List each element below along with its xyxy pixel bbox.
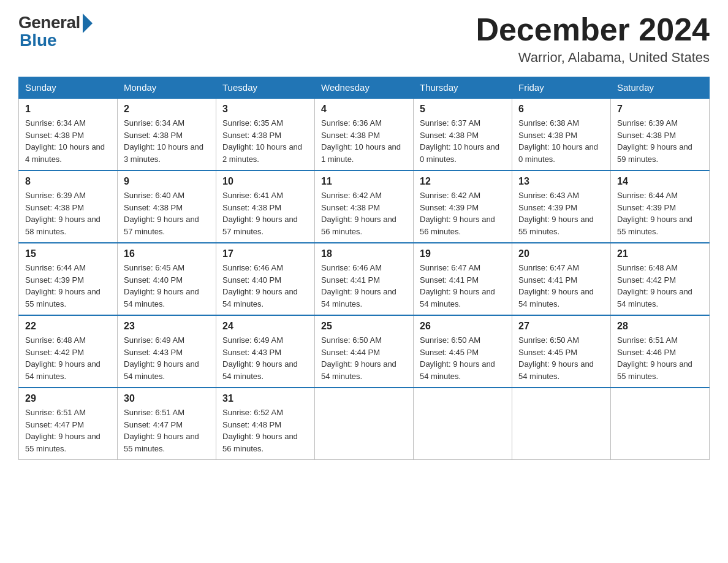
calendar-cell: 3 Sunrise: 6:35 AMSunset: 4:38 PMDayligh… (216, 98, 315, 170)
day-info: Sunrise: 6:43 AMSunset: 4:39 PMDaylight:… (518, 190, 604, 237)
day-number: 7 (617, 104, 703, 115)
day-number: 24 (222, 321, 308, 332)
day-number: 15 (25, 248, 111, 259)
calendar-cell (414, 388, 512, 460)
calendar-cell: 31 Sunrise: 6:52 AMSunset: 4:48 PMDaylig… (216, 388, 315, 460)
day-number: 13 (518, 176, 604, 187)
column-header-friday: Friday (512, 77, 611, 99)
title-block: December 2024 Warrior, Alabama, United S… (476, 12, 710, 66)
day-info: Sunrise: 6:38 AMSunset: 4:38 PMDaylight:… (518, 117, 604, 165)
calendar-cell: 28 Sunrise: 6:51 AMSunset: 4:46 PMDaylig… (611, 315, 710, 388)
calendar-table: SundayMondayTuesdayWednesdayThursdayFrid… (18, 77, 710, 460)
calendar-cell (315, 388, 414, 460)
column-header-tuesday: Tuesday (216, 77, 315, 99)
day-number: 1 (25, 104, 111, 115)
calendar-cell: 2 Sunrise: 6:34 AMSunset: 4:38 PMDayligh… (118, 98, 216, 170)
calendar-week-row: 29 Sunrise: 6:51 AMSunset: 4:47 PMDaylig… (19, 388, 710, 460)
day-number: 2 (124, 104, 210, 115)
day-info: Sunrise: 6:34 AMSunset: 4:38 PMDaylight:… (25, 117, 111, 165)
calendar-cell: 8 Sunrise: 6:39 AMSunset: 4:38 PMDayligh… (19, 170, 118, 243)
logo-general-text: General (18, 13, 80, 33)
calendar-week-row: 15 Sunrise: 6:44 AMSunset: 4:39 PMDaylig… (19, 243, 710, 315)
month-title: December 2024 (476, 12, 710, 47)
day-info: Sunrise: 6:44 AMSunset: 4:39 PMDaylight:… (617, 190, 703, 237)
day-info: Sunrise: 6:40 AMSunset: 4:38 PMDaylight:… (124, 190, 210, 237)
day-number: 10 (222, 176, 308, 187)
calendar-cell: 13 Sunrise: 6:43 AMSunset: 4:39 PMDaylig… (512, 170, 611, 243)
calendar-cell: 6 Sunrise: 6:38 AMSunset: 4:38 PMDayligh… (512, 98, 611, 170)
location-subtitle: Warrior, Alabama, United States (476, 50, 710, 66)
day-number: 19 (420, 248, 506, 259)
day-info: Sunrise: 6:36 AMSunset: 4:38 PMDaylight:… (321, 117, 407, 165)
calendar-cell: 17 Sunrise: 6:46 AMSunset: 4:40 PMDaylig… (216, 243, 315, 315)
day-info: Sunrise: 6:46 AMSunset: 4:41 PMDaylight:… (321, 262, 407, 310)
day-number: 30 (124, 393, 210, 404)
day-number: 5 (420, 104, 506, 115)
day-info: Sunrise: 6:51 AMSunset: 4:47 PMDaylight:… (25, 407, 111, 454)
day-info: Sunrise: 6:39 AMSunset: 4:38 PMDaylight:… (617, 117, 703, 165)
day-info: Sunrise: 6:48 AMSunset: 4:42 PMDaylight:… (25, 334, 111, 382)
calendar-cell: 16 Sunrise: 6:45 AMSunset: 4:40 PMDaylig… (118, 243, 216, 315)
day-info: Sunrise: 6:34 AMSunset: 4:38 PMDaylight:… (124, 117, 210, 165)
calendar-week-row: 8 Sunrise: 6:39 AMSunset: 4:38 PMDayligh… (19, 170, 710, 243)
calendar-cell: 19 Sunrise: 6:47 AMSunset: 4:41 PMDaylig… (414, 243, 512, 315)
day-number: 16 (124, 248, 210, 259)
calendar-cell: 27 Sunrise: 6:50 AMSunset: 4:45 PMDaylig… (512, 315, 611, 388)
day-info: Sunrise: 6:39 AMSunset: 4:38 PMDaylight:… (25, 190, 111, 237)
day-number: 29 (25, 393, 111, 404)
calendar-cell: 15 Sunrise: 6:44 AMSunset: 4:39 PMDaylig… (19, 243, 118, 315)
column-header-saturday: Saturday (611, 77, 710, 99)
calendar-cell: 12 Sunrise: 6:42 AMSunset: 4:39 PMDaylig… (414, 170, 512, 243)
day-info: Sunrise: 6:51 AMSunset: 4:46 PMDaylight:… (617, 334, 703, 382)
logo-blue-text: Blue (18, 31, 57, 50)
calendar-cell: 10 Sunrise: 6:41 AMSunset: 4:38 PMDaylig… (216, 170, 315, 243)
calendar-cell: 25 Sunrise: 6:50 AMSunset: 4:44 PMDaylig… (315, 315, 414, 388)
calendar-cell: 9 Sunrise: 6:40 AMSunset: 4:38 PMDayligh… (118, 170, 216, 243)
day-number: 18 (321, 248, 407, 259)
calendar-cell: 14 Sunrise: 6:44 AMSunset: 4:39 PMDaylig… (611, 170, 710, 243)
day-number: 6 (518, 104, 604, 115)
day-info: Sunrise: 6:48 AMSunset: 4:42 PMDaylight:… (617, 262, 703, 310)
day-info: Sunrise: 6:47 AMSunset: 4:41 PMDaylight:… (518, 262, 604, 310)
day-number: 21 (617, 248, 703, 259)
calendar-week-row: 1 Sunrise: 6:34 AMSunset: 4:38 PMDayligh… (19, 98, 710, 170)
day-number: 14 (617, 176, 703, 187)
page-header: General Blue December 2024 Warrior, Alab… (18, 12, 710, 66)
calendar-cell: 29 Sunrise: 6:51 AMSunset: 4:47 PMDaylig… (19, 388, 118, 460)
day-number: 12 (420, 176, 506, 187)
day-info: Sunrise: 6:52 AMSunset: 4:48 PMDaylight:… (222, 407, 308, 454)
day-info: Sunrise: 6:49 AMSunset: 4:43 PMDaylight:… (124, 334, 210, 382)
calendar-cell (611, 388, 710, 460)
calendar-cell: 24 Sunrise: 6:49 AMSunset: 4:43 PMDaylig… (216, 315, 315, 388)
calendar-cell: 18 Sunrise: 6:46 AMSunset: 4:41 PMDaylig… (315, 243, 414, 315)
day-number: 22 (25, 321, 111, 332)
calendar-week-row: 22 Sunrise: 6:48 AMSunset: 4:42 PMDaylig… (19, 315, 710, 388)
day-info: Sunrise: 6:44 AMSunset: 4:39 PMDaylight:… (25, 262, 111, 310)
calendar-cell: 26 Sunrise: 6:50 AMSunset: 4:45 PMDaylig… (414, 315, 512, 388)
logo-triangle-icon (83, 13, 93, 33)
calendar-cell: 22 Sunrise: 6:48 AMSunset: 4:42 PMDaylig… (19, 315, 118, 388)
calendar-cell: 5 Sunrise: 6:37 AMSunset: 4:38 PMDayligh… (414, 98, 512, 170)
calendar-cell: 21 Sunrise: 6:48 AMSunset: 4:42 PMDaylig… (611, 243, 710, 315)
calendar-cell: 23 Sunrise: 6:49 AMSunset: 4:43 PMDaylig… (118, 315, 216, 388)
day-number: 26 (420, 321, 506, 332)
day-info: Sunrise: 6:37 AMSunset: 4:38 PMDaylight:… (420, 117, 506, 165)
logo: General Blue (18, 12, 93, 50)
calendar-cell: 20 Sunrise: 6:47 AMSunset: 4:41 PMDaylig… (512, 243, 611, 315)
day-info: Sunrise: 6:49 AMSunset: 4:43 PMDaylight:… (222, 334, 308, 382)
column-header-thursday: Thursday (414, 77, 512, 99)
column-header-sunday: Sunday (19, 77, 118, 99)
day-info: Sunrise: 6:46 AMSunset: 4:40 PMDaylight:… (222, 262, 308, 310)
calendar-cell: 30 Sunrise: 6:51 AMSunset: 4:47 PMDaylig… (118, 388, 216, 460)
calendar-cell: 7 Sunrise: 6:39 AMSunset: 4:38 PMDayligh… (611, 98, 710, 170)
day-info: Sunrise: 6:42 AMSunset: 4:38 PMDaylight:… (321, 190, 407, 237)
calendar-cell: 1 Sunrise: 6:34 AMSunset: 4:38 PMDayligh… (19, 98, 118, 170)
calendar-cell: 4 Sunrise: 6:36 AMSunset: 4:38 PMDayligh… (315, 98, 414, 170)
day-number: 27 (518, 321, 604, 332)
calendar-cell: 11 Sunrise: 6:42 AMSunset: 4:38 PMDaylig… (315, 170, 414, 243)
day-info: Sunrise: 6:50 AMSunset: 4:45 PMDaylight:… (518, 334, 604, 382)
day-info: Sunrise: 6:45 AMSunset: 4:40 PMDaylight:… (124, 262, 210, 310)
column-header-wednesday: Wednesday (315, 77, 414, 99)
calendar-cell (512, 388, 611, 460)
day-number: 4 (321, 104, 407, 115)
